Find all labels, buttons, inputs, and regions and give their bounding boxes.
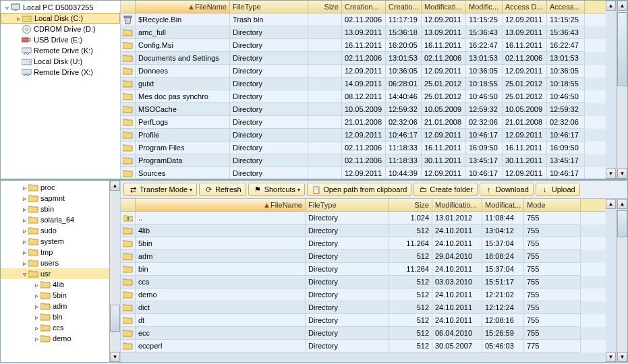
- upload-button[interactable]: ↓Upload: [536, 183, 580, 196]
- expand-icon[interactable]: ▹: [33, 324, 40, 332]
- scroll-thumb[interactable]: [617, 12, 627, 86]
- expand-icon[interactable]: ▹: [21, 184, 28, 191]
- scroll-down-button[interactable]: ▼: [606, 169, 616, 179]
- expand-icon[interactable]: ▹: [21, 238, 28, 245]
- top-scrollbar[interactable]: ▲ ▼: [617, 1, 627, 179]
- table-row[interactable]: PerfLogsDirectory21.01.200802:32:0621.01…: [121, 116, 606, 129]
- tree-item[interactable]: ▹Local Disk (C:): [1, 13, 120, 24]
- table-row[interactable]: DonneesDirectory12.09.201110:36:0512.09.…: [121, 65, 606, 78]
- scroll-down-button[interactable]: ▼: [110, 352, 120, 362]
- column-header[interactable]: Access D...: [503, 1, 547, 13]
- tree-item[interactable]: ▹ccs: [1, 322, 120, 333]
- column-header[interactable]: ▲FileName: [136, 1, 230, 13]
- refresh-button[interactable]: ⟳Refresh: [199, 183, 246, 196]
- column-header[interactable]: ▲FileName: [136, 199, 306, 211]
- expand-icon[interactable]: ▹: [21, 216, 28, 224]
- scroll-up-button[interactable]: ▲: [110, 181, 120, 191]
- expand-icon[interactable]: ▹: [33, 281, 40, 289]
- table-row[interactable]: demoDirectory51224.10.201112:21:02755: [121, 289, 606, 301]
- tree-item[interactable]: Local Disk (U:): [1, 56, 120, 67]
- table-row[interactable]: Documents and SettingsDirectory02.11.200…: [121, 52, 606, 65]
- column-header[interactable]: Mode: [524, 199, 581, 211]
- download-button[interactable]: ↑Download: [480, 183, 534, 196]
- column-header[interactable]: [121, 1, 136, 13]
- table-row[interactable]: Program FilesDirectory02.11.200611:18:33…: [121, 142, 606, 154]
- table-row[interactable]: ccsDirectory51203.03.201015:51:17755: [121, 276, 606, 289]
- tree-item[interactable]: ▹system: [1, 236, 120, 247]
- table-row[interactable]: 5binDirectory11.26424.10.201115:37:04755: [121, 237, 606, 250]
- tree-item[interactable]: ▹sudo: [1, 225, 120, 236]
- scroll-up-button[interactable]: ▲: [606, 1, 616, 11]
- expand-icon[interactable]: ▹: [33, 303, 40, 310]
- table-row[interactable]: ProfileDirectory12.09.201110:46:1712.09.…: [121, 129, 606, 142]
- expand-icon[interactable]: ▹: [21, 195, 28, 202]
- column-header[interactable]: Modificatio...: [432, 199, 482, 211]
- expand-icon[interactable]: ▹: [33, 335, 40, 342]
- table-row[interactable]: amc_fullDirectory13.09.201115:36:1813.09…: [121, 26, 606, 39]
- column-header[interactable]: [121, 199, 136, 211]
- tree-item[interactable]: ▹5bin: [1, 290, 120, 301]
- create-folder-button[interactable]: 🗀Create folder: [413, 183, 478, 196]
- scroll-down-button[interactable]: ▼: [617, 352, 627, 362]
- bottom-table-body[interactable]: ..Directory1.02413.01.201211:08:447554li…: [121, 212, 606, 353]
- scroll-thumb[interactable]: [617, 210, 627, 237]
- tree-item[interactable]: ▹sapmnt: [1, 193, 120, 204]
- scroll-down-button[interactable]: ▼: [617, 169, 627, 179]
- expand-icon[interactable]: ▹: [33, 292, 40, 299]
- tree-item[interactable]: ▹users: [1, 257, 120, 268]
- table-row[interactable]: guixtDirectory14.09.201106:28:0125.01.20…: [121, 78, 606, 90]
- table-row[interactable]: Mes doc pas synchroDirectory08.12.201114…: [121, 90, 606, 103]
- column-header[interactable]: Size: [308, 1, 342, 13]
- table-row[interactable]: dictDirectory51224.10.201112:12:24755: [121, 301, 606, 314]
- tree-item[interactable]: Remote Drive (K:): [1, 45, 120, 56]
- expand-icon[interactable]: ▹: [21, 206, 28, 213]
- expand-icon[interactable]: ▹: [21, 260, 28, 267]
- expand-icon[interactable]: ▹: [21, 227, 28, 235]
- expand-icon[interactable]: ▹: [33, 313, 40, 321]
- transfer-mode-button[interactable]: ⇄Transfer Mode▾: [123, 183, 197, 196]
- column-header[interactable]: Creatio...: [386, 1, 422, 13]
- expand-icon[interactable]: ▹: [15, 15, 22, 22]
- expand-icon[interactable]: ▿: [21, 270, 28, 278]
- table-row[interactable]: dtDirectory51224.10.201112:08:16755: [121, 314, 606, 327]
- scroll-up-button[interactable]: ▲: [606, 199, 616, 209]
- column-header[interactable]: FileType: [306, 199, 389, 211]
- column-header[interactable]: Access...: [547, 1, 585, 13]
- scroll-up-button[interactable]: ▲: [617, 199, 627, 209]
- table-row[interactable]: eccDirectory51206.04.201015:26:59755: [121, 327, 606, 340]
- table-row[interactable]: SourcesDirectory12.09.201110:44:3912.09.…: [121, 167, 606, 179]
- tree-item[interactable]: ▹bin: [1, 311, 120, 322]
- table-row[interactable]: $Recycle.BinTrash bin02.11.200611:17:191…: [121, 13, 606, 26]
- tree-item[interactable]: USB Drive (E:): [1, 34, 120, 45]
- tree-root[interactable]: ▿ Local PC D50037255: [1, 2, 120, 13]
- bottom-scrollbar[interactable]: ▲ ▼: [617, 199, 627, 362]
- table-row[interactable]: admDirectory51229.04.201018:08:24755: [121, 250, 606, 263]
- expand-icon[interactable]: ▹: [21, 249, 28, 256]
- shortcuts-button[interactable]: ⚑Shortcuts▾: [248, 183, 305, 196]
- column-header[interactable]: Modificat...: [482, 199, 524, 211]
- tree-item[interactable]: ▹solaris_64: [1, 214, 120, 225]
- tree-scrollbar[interactable]: ▲ ▼: [109, 181, 120, 362]
- table-row[interactable]: binDirectory11.26424.10.201115:37:04755: [121, 263, 606, 276]
- local-tree[interactable]: ▿ Local PC D50037255 ▹Local Disk (C:)CDR…: [1, 1, 121, 179]
- table-row[interactable]: ..Directory1.02413.01.201211:08:44755: [121, 212, 606, 224]
- tree-item[interactable]: ▹sbin: [1, 204, 120, 214]
- table-row[interactable]: ProgramDataDirectory02.11.200611:18:3330…: [121, 154, 606, 167]
- tree-item[interactable]: Remote Drive (X:): [1, 67, 120, 78]
- column-header[interactable]: FileType: [230, 1, 308, 13]
- tree-item[interactable]: ▹tmp: [1, 247, 120, 257]
- tree-item[interactable]: ▹4lib: [1, 279, 120, 290]
- bottom-table-header[interactable]: ▲FileNameFileTypeSizeModificatio...Modif…: [121, 199, 606, 212]
- table-row[interactable]: MSOCacheDirectory10.05.200912:59:3210.05…: [121, 103, 606, 116]
- table-row[interactable]: 4libDirectory51224.10.201113:04:12755: [121, 224, 606, 237]
- tree-item[interactable]: CDROM Drive (D:): [1, 24, 120, 34]
- table-row[interactable]: Config.MsiDirectory16.11.201116:20:0516.…: [121, 39, 606, 52]
- column-header[interactable]: Creation...: [342, 1, 386, 13]
- tree-item[interactable]: ▹adm: [1, 301, 120, 311]
- scroll-down-button[interactable]: ▼: [606, 352, 616, 362]
- top-table-header[interactable]: ▲FileNameFileTypeSizeCreation...Creatio.…: [121, 1, 606, 13]
- scroll-thumb[interactable]: [110, 305, 120, 332]
- tree-item[interactable]: ▿usr: [1, 268, 120, 279]
- column-header[interactable]: Modific...: [466, 1, 503, 13]
- tree-item[interactable]: ▹proc: [1, 182, 120, 193]
